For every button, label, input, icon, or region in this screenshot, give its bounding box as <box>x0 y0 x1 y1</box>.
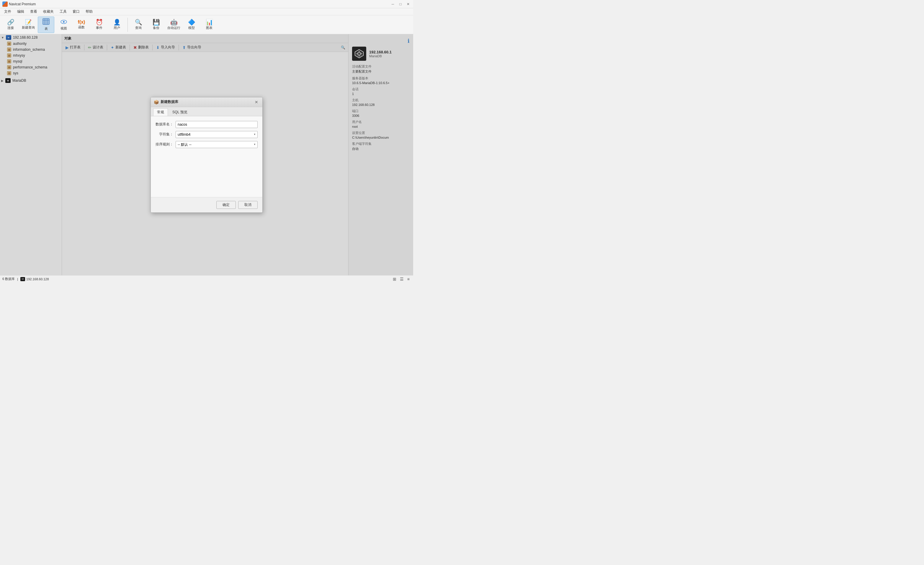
toolbar: 🔗 连接 📝 新建查询 表 视图 f(x) 函数 ⏰ 事件 <box>0 15 413 34</box>
detail-view-button[interactable]: ≡ <box>406 276 411 282</box>
dialog-title-bar: 📦 新建数据库 ✕ <box>151 97 262 107</box>
function-icon: f(x) <box>78 20 85 24</box>
tool-autojob[interactable]: 🤖 自动运行 <box>165 16 182 33</box>
tool-table[interactable]: 表 <box>38 16 54 33</box>
title-bar: Navicat Premium ─ □ ✕ <box>0 0 413 8</box>
menu-favorites[interactable]: 收藏夹 <box>40 9 57 15</box>
status-connection: M 192.168.60.128 <box>20 277 49 281</box>
tool-chart[interactable]: 📊 图表 <box>201 16 218 33</box>
svg-point-5 <box>63 21 64 23</box>
dialog-title-text: 新建数据库 <box>160 99 178 105</box>
view-label: 视图 <box>60 26 67 31</box>
autojob-icon: 🤖 <box>170 19 178 25</box>
dialog-footer: 确定 取消 <box>151 197 262 213</box>
svg-rect-0 <box>43 19 49 24</box>
menu-bar: 文件 编辑 查看 收藏夹 工具 窗口 帮助 <box>0 8 413 15</box>
ok-button[interactable]: 确定 <box>216 201 236 209</box>
db-count: 6 数据库 <box>2 277 15 281</box>
status-left: 6 数据库 | M 192.168.60.128 <box>2 277 49 281</box>
new-query-label: 新建查询 <box>22 25 35 30</box>
user-icon: 👤 <box>113 19 121 25</box>
tab-sql-preview[interactable]: SQL 预览 <box>168 108 191 116</box>
maximize-button[interactable]: □ <box>398 1 403 7</box>
backup-label: 备份 <box>153 25 159 30</box>
db-name-input[interactable] <box>176 121 258 128</box>
connect-label: 连接 <box>8 25 14 30</box>
tool-event[interactable]: ⏰ 事件 <box>91 16 107 33</box>
function-label: 函数 <box>78 25 85 30</box>
status-right: ⊞ ☰ ≡ <box>392 276 411 282</box>
tool-connect[interactable]: 🔗 连接 <box>2 16 19 33</box>
toolbar-separator <box>128 18 128 32</box>
db-name-row: 数据库名： <box>156 121 258 128</box>
tool-model[interactable]: 🔷 模型 <box>183 16 200 33</box>
dialog-body: 数据库名： 字符集： utf8mb4 utf8 latin1 排序规则： -- <box>151 116 262 197</box>
db-name-label: 数据库名： <box>156 122 173 127</box>
app-logo: Navicat Premium <box>2 1 36 7</box>
model-label: 模型 <box>188 25 195 30</box>
logo-icon <box>2 1 8 7</box>
event-label: 事件 <box>96 25 102 30</box>
charset-select[interactable]: utf8mb4 utf8 latin1 <box>176 131 258 138</box>
autojob-label: 自动运行 <box>167 25 180 30</box>
dialog-close-button[interactable]: ✕ <box>254 99 260 105</box>
dialog-title-icon: 📦 <box>154 100 159 105</box>
collation-select-wrapper: -- 默认 -- <box>176 141 258 148</box>
new-query-icon: 📝 <box>25 19 32 25</box>
table-icon <box>42 18 50 26</box>
title-bar-left: Navicat Premium <box>2 1 36 7</box>
menu-view[interactable]: 查看 <box>27 9 40 15</box>
tool-query[interactable]: 🔍 查询 <box>130 16 147 33</box>
charset-row: 字符集： utf8mb4 utf8 latin1 <box>156 131 258 138</box>
status-bar: 6 数据库 | M 192.168.60.128 ⊞ ☰ ≡ <box>0 275 413 282</box>
title-bar-controls[interactable]: ─ □ ✕ <box>390 1 411 7</box>
tab-normal[interactable]: 常规 <box>153 108 168 116</box>
user-label: 用户 <box>114 25 120 30</box>
dialog-tabs: 常规 SQL 预览 <box>151 107 262 116</box>
menu-edit[interactable]: 编辑 <box>14 9 27 15</box>
connect-icon: 🔗 <box>7 19 15 25</box>
query-icon: 🔍 <box>135 19 142 25</box>
app-title: Navicat Premium <box>9 2 36 6</box>
collation-label: 排序规则： <box>156 142 173 147</box>
menu-tools[interactable]: 工具 <box>57 9 70 15</box>
status-separator: | <box>17 277 18 281</box>
event-icon: ⏰ <box>96 19 103 25</box>
list-view-button[interactable]: ☰ <box>399 276 405 282</box>
table-label: 表 <box>45 27 48 31</box>
charset-label: 字符集： <box>156 132 173 137</box>
status-conn-icon: M <box>20 277 25 281</box>
chart-label: 图表 <box>206 25 213 30</box>
grid-view-button[interactable]: ⊞ <box>392 276 398 282</box>
tool-view[interactable]: 视图 <box>56 16 72 33</box>
chart-icon: 📊 <box>206 19 213 25</box>
tool-backup[interactable]: 💾 备份 <box>148 16 164 33</box>
dialog-title: 📦 新建数据库 <box>154 99 178 105</box>
new-database-dialog: 📦 新建数据库 ✕ 常规 SQL 预览 数据库名： 字符集： utf8mb4 u… <box>150 97 262 213</box>
query-label: 查询 <box>135 25 142 30</box>
menu-help[interactable]: 帮助 <box>82 9 96 15</box>
tool-function[interactable]: f(x) 函数 <box>73 16 90 33</box>
cancel-button[interactable]: 取消 <box>238 201 258 209</box>
backup-icon: 💾 <box>153 19 160 25</box>
menu-window[interactable]: 窗口 <box>70 9 82 15</box>
minimize-button[interactable]: ─ <box>390 1 396 7</box>
dialog-overlay: 📦 新建数据库 ✕ 常规 SQL 预览 数据库名： 字符集： utf8mb4 u… <box>0 34 413 275</box>
tool-new-query[interactable]: 📝 新建查询 <box>20 16 37 33</box>
close-button[interactable]: ✕ <box>405 1 411 7</box>
model-icon: 🔷 <box>188 19 195 25</box>
dialog-spacer <box>156 151 258 192</box>
menu-file[interactable]: 文件 <box>1 9 14 15</box>
charset-select-wrapper: utf8mb4 utf8 latin1 <box>176 131 258 138</box>
tool-user[interactable]: 👤 用户 <box>109 16 125 33</box>
view-icon <box>60 19 67 25</box>
collation-select[interactable]: -- 默认 -- <box>176 141 258 148</box>
collation-row: 排序规则： -- 默认 -- <box>156 141 258 148</box>
status-connection-name: 192.168.60.128 <box>26 277 49 281</box>
